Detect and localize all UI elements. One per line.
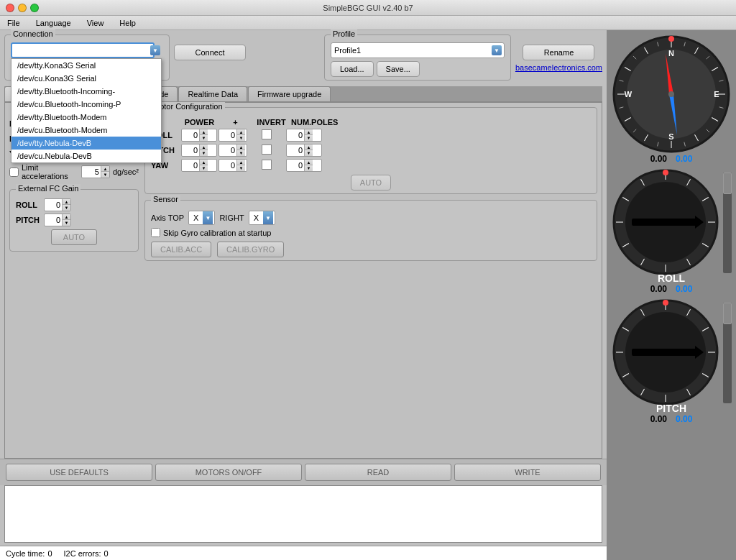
motor-yaw-poles[interactable]: ▲▼ [286,159,322,172]
motor-roll-plus[interactable]: ▲▼ [218,129,247,142]
motor-roll-poles-input[interactable] [287,131,304,139]
save-button[interactable]: Save... [377,61,420,77]
load-button[interactable]: Load... [331,61,374,77]
dropdown-item-3[interactable]: /dev/cu.Bluetooth-Incoming-P [12,98,161,111]
fc-pitch-up[interactable]: ▲ [62,214,70,220]
motor-roll-power[interactable]: ▲▼ [181,129,217,142]
motor-auto-button[interactable]: AUTO [351,175,391,191]
fc-pitch-spinbox[interactable]: ▲▼ [44,214,71,226]
motor-pitch-plus[interactable]: ▲▼ [218,144,247,157]
menu-help[interactable]: Help [115,17,140,29]
roll-values: 0.00 0.00 [610,284,732,294]
motor-pitch-invert[interactable] [262,144,272,155]
skip-gyro-checkbox[interactable] [151,228,160,237]
fc-pitch-down[interactable]: ▼ [62,220,70,226]
pitch-gauge-svg [610,297,722,408]
dropdown-item-6[interactable]: /dev/tty.Nebula-DevB [12,137,161,150]
roll-scrollbar[interactable] [723,173,732,273]
calib-acc-button[interactable]: CALIB.ACC [151,242,211,257]
motor-yaw-plus-input[interactable] [219,161,236,170]
motor-yaw-power[interactable]: ▲▼ [181,159,217,172]
accel-down[interactable]: ▼ [101,172,109,178]
motor-pitch-power-input[interactable] [182,146,199,155]
dropdown-item-4[interactable]: /dev/tty.Bluetooth-Modem [12,111,161,124]
motor-config-label: Motor Configuration [151,102,225,111]
motor-yaw-plus-up[interactable]: ▲ [236,160,245,165]
read-button[interactable]: READ [305,464,451,481]
fc-roll-down[interactable]: ▼ [62,205,70,211]
motor-roll-plus-down[interactable]: ▼ [236,135,245,141]
motor-roll-power-input[interactable] [182,131,199,139]
window-controls[interactable] [6,4,39,12]
connection-section: Connection ▼ /dev/tty.Kona3G Serial /dev… [4,35,170,81]
motor-pitch-power[interactable]: ▲▼ [181,144,217,157]
write-button[interactable]: WRITE [454,464,601,481]
motor-yaw-power-down[interactable]: ▼ [199,165,208,171]
tab-realtime-data[interactable]: Realtime Data [178,86,247,101]
fc-roll-spinbox[interactable]: ▲▼ [44,198,71,211]
motor-yaw-plus-down[interactable]: ▼ [236,165,245,171]
fc-roll-up[interactable]: ▲ [62,199,70,205]
motor-pitch-poles-down[interactable]: ▼ [304,150,313,156]
pitch-gauge-row [610,297,732,408]
motor-roll-power-up[interactable]: ▲ [199,129,208,135]
limit-accel-checkbox[interactable] [9,167,19,177]
motor-yaw-poles-input[interactable] [287,161,304,170]
motor-roll-power-down[interactable]: ▼ [199,135,208,141]
motor-yaw-power-input[interactable] [182,161,199,170]
motor-pitch-plus-down[interactable]: ▼ [236,150,245,156]
motor-roll-poles[interactable]: ▲▼ [286,129,322,142]
pitch-scrollbar[interactable] [723,303,732,403]
pitch-scrollbar-thumb[interactable] [723,303,732,324]
use-defaults-button[interactable]: USE DEFAULTS [6,464,152,481]
axis-right-dropdown-arrow[interactable]: ▼ [263,211,273,224]
motor-yaw-plus[interactable]: ▲▼ [218,159,247,172]
maximize-button[interactable] [30,4,39,12]
connection-dropdown[interactable] [11,42,155,58]
motor-pitch-poles[interactable]: ▲▼ [286,144,322,157]
profile-dropdown[interactable]: Profile1 [331,42,505,58]
motor-roll-invert[interactable] [262,129,272,139]
accel-input[interactable] [82,167,101,176]
fc-pitch-input[interactable] [45,216,62,224]
accel-up[interactable]: ▲ [101,166,109,172]
motor-pitch-plus-up[interactable]: ▲ [236,144,245,150]
motor-roll-poles-up[interactable]: ▲ [304,129,313,135]
dropdown-item-1[interactable]: /dev/cu.Kona3G Serial [12,72,161,85]
connect-button[interactable]: Connect [174,45,246,60]
motor-yaw-poles-down[interactable]: ▼ [304,165,313,171]
dropdown-item-5[interactable]: /dev/cu.Bluetooth-Modem [12,124,161,137]
motor-pitch-poles-up[interactable]: ▲ [304,144,313,150]
motor-yaw-power-up[interactable]: ▲ [199,160,208,165]
motor-roll-plus-input[interactable] [219,131,236,139]
minimize-button[interactable] [18,4,27,12]
profile-buttons-row: Load... Save... [331,61,505,77]
fc-roll-input[interactable] [45,201,62,209]
tab-firmware-upgrade[interactable]: Firmware upgrade [248,86,331,101]
connection-dropdown-list[interactable]: /dev/tty.Kona3G Serial /dev/cu.Kona3G Se… [11,58,162,163]
roll-scrollbar-thumb[interactable] [723,173,732,194]
fc-auto-button[interactable]: AUTO [51,229,97,245]
axis-top-dropdown-arrow[interactable]: ▼ [203,211,213,224]
close-button[interactable] [6,4,14,12]
rename-button[interactable]: Rename [523,45,594,60]
motor-pitch-poles-input[interactable] [287,146,304,155]
motor-roll-poles-down[interactable]: ▼ [304,135,313,141]
menu-view[interactable]: View [83,17,109,29]
motor-yaw-poles-up[interactable]: ▲ [304,160,313,165]
calib-gyro-button[interactable]: CALIB.GYRO [217,242,284,257]
motor-yaw-invert[interactable] [262,160,272,170]
axis-top-label: Axis TOP [151,214,184,222]
menu-language[interactable]: Language [32,17,75,29]
accel-spinbox[interactable]: ▲▼ [81,165,110,178]
dropdown-item-2[interactable]: /dev/tty.Bluetooth-Incoming- [12,85,161,98]
dropdown-item-0[interactable]: /dev/tty.Kona3G Serial [12,59,161,72]
menu-file[interactable]: File [3,17,24,29]
motor-pitch-power-down[interactable]: ▼ [199,150,208,156]
motors-on-off-button[interactable]: MOTORS ON/OFF [155,464,302,481]
website-link[interactable]: basecamelectronics.com [515,63,602,72]
dropdown-item-7[interactable]: /dev/cu.Nebula-DevB [12,150,161,162]
motor-roll-plus-up[interactable]: ▲ [236,129,245,135]
motor-pitch-plus-input[interactable] [219,146,236,155]
motor-pitch-power-up[interactable]: ▲ [199,144,208,150]
